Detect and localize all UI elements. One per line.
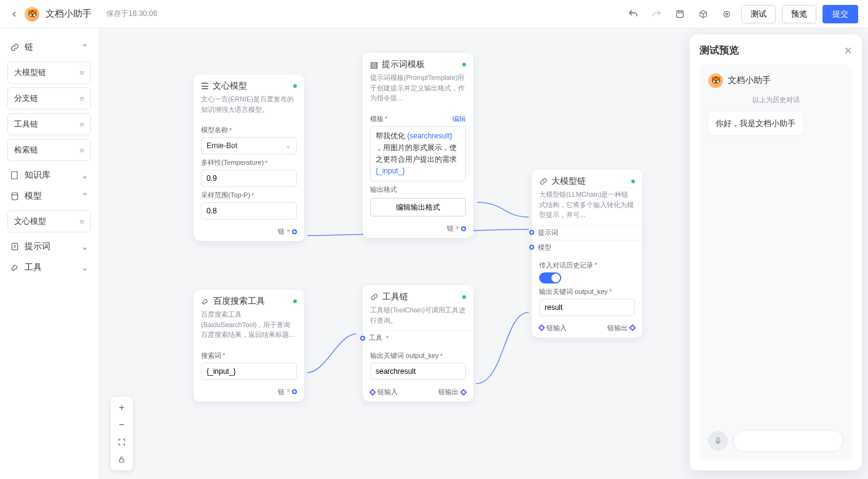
chevron-down-icon: ⌄ bbox=[81, 263, 89, 272]
node-body: 模板*编辑 帮我优化 {searchresult} ，用图片的形式展示，使之更符… bbox=[363, 108, 473, 222]
field-label: 采样范围(Top-P)* bbox=[201, 191, 297, 200]
sidebar-item-branch-chain[interactable]: 分支链≡ bbox=[7, 87, 91, 109]
grip-icon: ≡ bbox=[79, 68, 84, 77]
undo-icon[interactable] bbox=[625, 6, 642, 23]
sidebar-group-tool[interactable]: 工具 ⌄ bbox=[6, 257, 92, 278]
sidebar-item-wenxin-model[interactable]: 文心模型≡ bbox=[7, 210, 91, 232]
port-dot-icon bbox=[461, 226, 466, 231]
submit-button[interactable]: 提交 bbox=[823, 5, 858, 23]
node-wenxin-model[interactable]: ☰ 文心模型 文心一言(ERNIE)是百度发布的知识增强大语言模型。 模型名称*… bbox=[194, 74, 304, 241]
sidebar-item-label: 文心模型 bbox=[14, 216, 46, 227]
chevron-down-icon: ⌄ bbox=[285, 141, 291, 150]
chain-out-port[interactable]: 链输出 bbox=[438, 387, 466, 397]
input-port-prompt[interactable]: 提示词 bbox=[532, 225, 642, 240]
back-icon[interactable] bbox=[10, 10, 18, 18]
sidebar-item-label: 检索链 bbox=[14, 144, 38, 156]
temperature-input[interactable] bbox=[201, 170, 297, 187]
preview-body: 🐯 文档小助手 以上为历史对话 你好，我是文档小助手 bbox=[700, 65, 852, 461]
node-desc: 大模型链(LLMChain)是一种链式结构，它将多个输入转化为模型提示，并可..… bbox=[532, 189, 642, 225]
chevron-up-icon: ⌃ bbox=[81, 191, 89, 201]
port-dot-icon bbox=[292, 229, 297, 234]
status-dot-icon bbox=[462, 63, 466, 66]
zoom-in-button[interactable]: + bbox=[113, 399, 130, 416]
chat-input[interactable] bbox=[733, 430, 843, 452]
status-dot-icon bbox=[293, 84, 297, 88]
output-port[interactable]: 链* bbox=[194, 385, 304, 402]
book-icon bbox=[10, 170, 20, 180]
chain-out-port[interactable]: 链输出 bbox=[607, 323, 635, 333]
edit-output-format-button[interactable]: 编辑输出格式 bbox=[370, 198, 466, 216]
saved-at-label: 保存于16:30:06 bbox=[106, 9, 157, 19]
field-label: 模板*编辑 bbox=[370, 114, 466, 124]
link-icon bbox=[370, 293, 379, 301]
sidebar-item-label: 大模型链 bbox=[14, 67, 46, 78]
port-dot-icon bbox=[529, 245, 534, 250]
node-desc: 文心一言(ERNIE)是百度发布的知识增强大语言模型。 bbox=[194, 94, 304, 119]
test-button[interactable]: 测试 bbox=[741, 5, 776, 23]
field-label: 模型名称* bbox=[201, 125, 297, 135]
chat-input-row bbox=[708, 430, 843, 452]
node-header: 工具链 bbox=[363, 285, 473, 305]
sidebar-label: 模型 bbox=[25, 191, 42, 202]
save-icon[interactable] bbox=[671, 6, 688, 23]
flow-canvas[interactable]: ☰ 文心模型 文心一言(ERNIE)是百度发布的知识增强大语言模型。 模型名称*… bbox=[98, 28, 684, 479]
status-dot-icon bbox=[462, 295, 466, 299]
field-label: 输出关键词 output_key* bbox=[539, 287, 635, 296]
model-select[interactable]: Ernie-Bot⌄ bbox=[201, 137, 297, 154]
bot-identity: 🐯 文档小助手 bbox=[708, 73, 843, 88]
sidebar-item-retrieval-chain[interactable]: 检索链≡ bbox=[7, 139, 91, 161]
note-icon bbox=[10, 242, 20, 251]
sidebar-label: 提示词 bbox=[25, 241, 50, 252]
cube-icon[interactable] bbox=[695, 6, 712, 23]
sidebar-group-chain[interactable]: 链 ⌃ bbox=[6, 37, 92, 58]
topp-input[interactable] bbox=[201, 202, 297, 220]
preview-button[interactable]: 预览 bbox=[782, 5, 816, 23]
node-tool-chain[interactable]: 工具链 工具链(ToolChain)可调用工具进行查询。 工具* 输出关键词 o… bbox=[363, 285, 473, 402]
port-dot-icon bbox=[360, 336, 365, 341]
close-icon[interactable]: ✕ bbox=[844, 45, 852, 57]
input-port-tool[interactable]: 工具* bbox=[363, 330, 473, 345]
input-port-model[interactable]: 模型 bbox=[532, 240, 642, 255]
sidebar-label: 链 bbox=[25, 42, 33, 53]
output-port[interactable]: 链* bbox=[363, 221, 473, 238]
mic-icon[interactable] bbox=[708, 431, 728, 451]
zoom-out-button[interactable]: − bbox=[113, 416, 130, 433]
field-label: 输出格式 bbox=[370, 185, 466, 194]
sidebar: 链 ⌃ 大模型链≡ 分支链≡ 工具链≡ 检索链≡ 知识库 ⌄ 模型 ⌃ 文心模型… bbox=[0, 28, 98, 479]
sidebar-label: 工具 bbox=[25, 262, 42, 273]
port-label: 链 bbox=[278, 387, 285, 397]
search-term-input[interactable] bbox=[201, 363, 297, 380]
history-toggle[interactable] bbox=[539, 272, 561, 283]
svg-rect-1 bbox=[678, 10, 681, 12]
settings-icon[interactable] bbox=[718, 6, 735, 23]
node-prompt-template[interactable]: ▤ 提示词模板 提示词模板(PromptTemplate)用于创建提示并定义输出… bbox=[363, 53, 473, 238]
sidebar-item-tool-chain[interactable]: 工具链≡ bbox=[7, 113, 91, 135]
sidebar-group-model[interactable]: 模型 ⌃ bbox=[6, 186, 92, 207]
chain-in-port[interactable]: 链输入 bbox=[370, 387, 398, 397]
lock-button[interactable] bbox=[113, 451, 130, 468]
output-port[interactable]: 链* bbox=[194, 224, 304, 241]
svg-rect-7 bbox=[717, 438, 719, 442]
sidebar-group-knowledge[interactable]: 知识库 ⌄ bbox=[6, 165, 92, 186]
template-textarea[interactable]: 帮我优化 {searchresult} ，用图片的形式展示，使之更符合用户提出的… bbox=[370, 126, 466, 182]
chain-in-port[interactable]: 链输入 bbox=[539, 323, 567, 333]
output-key-input[interactable] bbox=[370, 363, 466, 380]
link-icon bbox=[539, 177, 548, 186]
node-body: 传入对话历史记录* 输出关键词 output_key* bbox=[532, 255, 642, 321]
sidebar-item-llm-chain[interactable]: 大模型链≡ bbox=[7, 61, 91, 84]
template-icon: ▤ bbox=[370, 60, 378, 69]
sidebar-group-prompt[interactable]: 提示词 ⌄ bbox=[6, 236, 92, 257]
field-label: 多样性(Temperature)* bbox=[201, 158, 297, 167]
output-key-input[interactable] bbox=[539, 299, 635, 316]
node-title: 大模型链 bbox=[551, 176, 586, 187]
fit-view-button[interactable] bbox=[113, 433, 130, 451]
redo-icon[interactable] bbox=[648, 6, 665, 23]
node-baidu-search[interactable]: 百度搜索工具 百度搜索工具(BaiduSearchTool)，用于查询百度搜索结… bbox=[194, 290, 304, 402]
field-label: 输出关键词 output_key* bbox=[370, 351, 466, 360]
edit-template-link[interactable]: 编辑 bbox=[452, 114, 466, 124]
port-label: 链输入 bbox=[546, 323, 567, 333]
grip-icon: ≡ bbox=[79, 120, 84, 129]
node-llm-chain[interactable]: 大模型链 大模型链(LLMChain)是一种链式结构，它将多个输入转化为模型提示… bbox=[532, 170, 642, 338]
preview-header: 测试预览 ✕ bbox=[700, 44, 852, 57]
grip-icon: ≡ bbox=[79, 217, 84, 226]
